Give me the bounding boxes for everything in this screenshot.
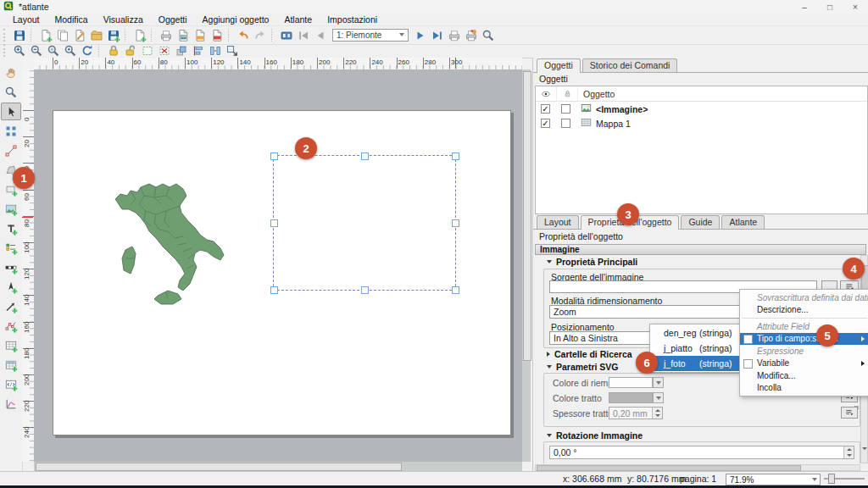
canvas-vertical-scrollbar[interactable]	[522, 69, 531, 462]
export-pdf-icon[interactable]	[209, 27, 225, 43]
data-defined-override-button[interactable]	[841, 407, 858, 419]
lock-checkbox[interactable]	[561, 104, 570, 114]
add-image-icon[interactable]	[1, 200, 21, 218]
menu-item[interactable]: Incolla	[740, 382, 868, 395]
unlock-items-icon[interactable]	[122, 42, 139, 58]
atlas-last-icon[interactable]	[429, 27, 446, 43]
move-content-icon[interactable]	[1, 122, 21, 140]
layout-page[interactable]	[53, 110, 511, 435]
print-icon[interactable]	[158, 27, 175, 43]
layout-manager-icon[interactable]	[71, 27, 88, 43]
atlas-feature-combo[interactable]: 1: Piemonte	[332, 29, 409, 42]
section-svg-parameters[interactable]: Parametri SVG	[547, 362, 619, 372]
field-menu-item[interactable]: j_foto(stringa)	[650, 356, 740, 371]
save-as-template-icon[interactable]	[105, 27, 122, 43]
edit-nodes-icon[interactable]	[1, 141, 21, 159]
menu-aggiungi-oggetto[interactable]: Aggiungi oggetto	[195, 14, 277, 25]
fill-color-dropdown[interactable]	[653, 377, 664, 388]
field-menu-item[interactable]: j_piatto(stringa)	[650, 341, 740, 356]
distribute-items-icon[interactable]	[207, 42, 224, 58]
add-scalebar-icon[interactable]	[1, 258, 21, 276]
add-table-icon[interactable]	[1, 336, 21, 354]
menu-item-checkbox[interactable]	[743, 335, 753, 344]
zoom-actual-icon[interactable]	[62, 42, 79, 58]
menu-impostazioni[interactable]: Impostazioni	[320, 14, 385, 25]
menu-layout[interactable]: Layout	[5, 14, 47, 25]
deselect-all-icon[interactable]	[156, 42, 173, 58]
menu-item[interactable]: Descrizione...	[740, 304, 868, 317]
add-node-item-icon[interactable]	[1, 317, 21, 335]
raise-items-icon[interactable]	[173, 42, 190, 58]
select-all-icon[interactable]	[139, 42, 156, 58]
open-folder-icon[interactable]	[88, 27, 105, 43]
pan-icon[interactable]	[1, 64, 21, 81]
add-label-icon[interactable]	[1, 219, 21, 237]
atlas-first-icon[interactable]	[295, 27, 312, 43]
props-horizontal-scrollbar[interactable]	[535, 464, 860, 471]
redo-icon[interactable]	[252, 27, 269, 43]
stroke-color-swatch[interactable]	[609, 392, 653, 403]
visibility-checkbox[interactable]: ✓	[541, 104, 550, 114]
add-legend-icon[interactable]	[1, 239, 21, 257]
duplicate-layout-icon[interactable]	[54, 27, 71, 43]
section-search-directories[interactable]: Cartelle di Ricerca	[547, 349, 632, 359]
field-menu-item[interactable]: den_reg(stringa)	[650, 325, 740, 341]
undo-icon[interactable]	[235, 27, 252, 43]
preview-atlas-icon[interactable]	[480, 27, 497, 43]
selection-handle[interactable]	[452, 219, 459, 227]
print-atlas-icon[interactable]	[446, 27, 463, 43]
selection-handle[interactable]	[452, 286, 459, 294]
selection-handle[interactable]	[270, 152, 278, 160]
menu-modifica[interactable]: Modifica	[47, 14, 96, 25]
props-tab-layout[interactable]: Layout	[537, 215, 579, 229]
item-row[interactable]: ✓Mappa 1	[536, 116, 867, 130]
window-maximize-button[interactable]: □	[817, 0, 843, 14]
lock-checkbox[interactable]	[561, 119, 570, 128]
zoom-full-icon[interactable]	[45, 42, 62, 58]
add-arrow-icon[interactable]	[1, 297, 21, 315]
stroke-color-dropdown[interactable]	[653, 392, 664, 403]
add-html-icon[interactable]	[1, 375, 21, 393]
select-move-icon[interactable]	[1, 103, 21, 120]
atlas-next-icon[interactable]	[412, 27, 429, 43]
zoom-tool-icon[interactable]	[1, 83, 21, 101]
items-tab-oggetti[interactable]: Oggetti	[537, 58, 581, 73]
atlas-settings-icon[interactable]	[278, 27, 295, 43]
layout-canvas[interactable]	[34, 69, 522, 462]
item-row[interactable]: ✓<Immagine>	[536, 102, 867, 116]
canvas-horizontal-scrollbar[interactable]	[34, 462, 522, 471]
rotation-spinbox[interactable]: 0,00 °	[549, 446, 854, 459]
selection-handle[interactable]	[270, 286, 278, 294]
add-attribute-table-icon[interactable]	[1, 356, 21, 374]
menu-item[interactable]: Modifica...	[740, 369, 868, 382]
visibility-checkbox[interactable]: ✓	[541, 119, 550, 128]
add-chart-icon[interactable]	[1, 395, 21, 413]
zoom-level-combo[interactable]: 71.9%	[726, 474, 821, 485]
zoom-slider[interactable]	[824, 474, 865, 484]
stroke-width-spinbox[interactable]: 0,20 mm	[609, 407, 663, 419]
section-image-rotation[interactable]: Rotazione Immagine	[547, 430, 643, 441]
fill-color-swatch[interactable]	[609, 377, 653, 388]
selection-handle[interactable]	[270, 219, 278, 227]
menu-atlante[interactable]: Atlante	[276, 14, 320, 25]
new-layout-icon[interactable]	[37, 27, 54, 43]
lock-items-icon[interactable]	[105, 42, 122, 58]
save-icon[interactable]	[11, 27, 28, 43]
zoom-in-icon[interactable]	[11, 42, 28, 58]
zoom-out-icon[interactable]	[28, 42, 45, 58]
export-svg-icon[interactable]	[192, 27, 209, 43]
add-north-arrow-icon[interactable]	[1, 278, 21, 296]
props-tab-guide[interactable]: Guide	[681, 215, 720, 229]
image-frame-selection[interactable]	[273, 155, 456, 291]
menu-item[interactable]: Tipo di campo:stringa	[740, 333, 868, 346]
add-pages-icon[interactable]	[131, 27, 148, 43]
props-tab-atlante[interactable]: Atlante	[721, 215, 765, 229]
window-minimize-button[interactable]: –	[792, 0, 817, 14]
selection-handle[interactable]	[361, 152, 369, 160]
atlas-prev-icon[interactable]	[312, 27, 329, 43]
resize-items-icon[interactable]	[224, 42, 241, 58]
refresh-icon[interactable]	[79, 42, 96, 58]
menu-item[interactable]: Variabile	[740, 358, 868, 370]
items-tab-storico-dei-comandi[interactable]: Storico dei Comandi	[582, 58, 678, 72]
selection-handle[interactable]	[452, 152, 459, 160]
